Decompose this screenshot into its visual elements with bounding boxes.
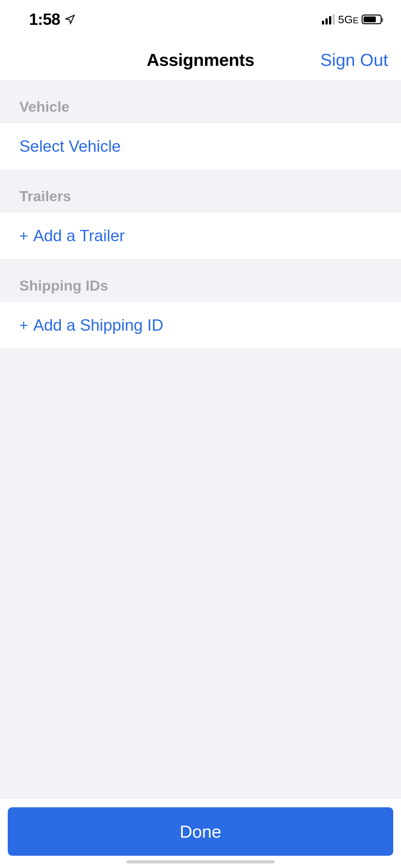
screen-root: 1:58 5GE Assignments Sign Out Vehicle Se… — [0, 0, 401, 868]
section-header-trailers: Trailers — [0, 170, 401, 212]
status-right: 5GE — [322, 13, 382, 26]
network-main: 5G — [338, 13, 352, 26]
home-indicator[interactable] — [126, 860, 275, 864]
add-trailer-label: Add a Trailer — [33, 226, 125, 245]
content-area: Vehicle Select Vehicle Trailers + Add a … — [0, 81, 401, 868]
network-type: 5GE — [338, 13, 359, 26]
add-shipping-id-row[interactable]: + Add a Shipping ID — [0, 301, 401, 349]
select-vehicle-row[interactable]: Select Vehicle — [0, 122, 401, 170]
section-header-vehicle: Vehicle — [0, 81, 401, 122]
add-trailer-row[interactable]: + Add a Trailer — [0, 212, 401, 259]
page-title: Assignments — [147, 50, 254, 70]
sign-out-button[interactable]: Sign Out — [320, 50, 388, 70]
cellular-signal-icon — [322, 14, 335, 25]
footer-bar: Done — [0, 799, 401, 868]
plus-icon: + — [19, 227, 28, 244]
nav-bar: Assignments Sign Out — [0, 39, 401, 81]
add-shipping-id-label: Add a Shipping ID — [33, 316, 163, 335]
battery-fill — [364, 17, 376, 22]
status-left: 1:58 — [29, 10, 75, 29]
status-time: 1:58 — [29, 10, 60, 29]
done-button[interactable]: Done — [8, 807, 393, 856]
plus-icon: + — [19, 316, 28, 334]
select-vehicle-label: Select Vehicle — [19, 137, 121, 156]
network-suffix: E — [353, 16, 359, 25]
battery-icon — [362, 14, 382, 24]
status-bar: 1:58 5GE — [0, 0, 401, 39]
location-icon — [65, 14, 75, 25]
section-header-shipping: Shipping IDs — [0, 259, 401, 301]
